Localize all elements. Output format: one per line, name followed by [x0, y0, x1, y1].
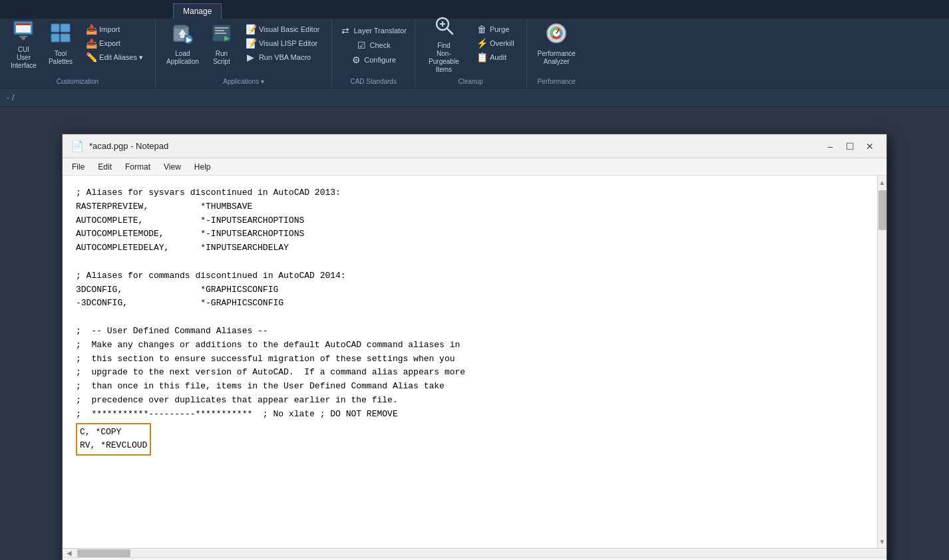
svg-rect-8: [61, 34, 70, 42]
scroll-left-button[interactable]: ◀: [63, 549, 76, 558]
load-application-label: LoadApplication: [166, 50, 199, 66]
svg-rect-17: [215, 30, 224, 31]
vba-editor-icon: 📝: [246, 24, 256, 35]
edit-aliases-icon: ✏️: [86, 52, 96, 63]
minimize-button[interactable]: ‒: [821, 138, 839, 154]
svg-rect-12: [174, 25, 186, 28]
layer-translator-label: Layer Translator: [353, 27, 406, 35]
edit-aliases-label: Edit Aliases ▾: [99, 53, 143, 62]
menu-view[interactable]: View: [157, 161, 188, 173]
cui-user-label: CUIUserInterface: [11, 46, 37, 70]
notepad-statusbar: Ln 547, Col 14 100% Windows (CRLF) UTF-8: [63, 557, 886, 560]
purge-icon: 🗑: [476, 24, 487, 35]
tool-palettes-button[interactable]: ToolPalettes: [43, 20, 78, 76]
cui-user-icon: [13, 19, 34, 45]
overkill-button[interactable]: ⚡ Overkill: [474, 37, 517, 50]
group-cad-standards: ⇄ Layer Translator ☑ Check ⚙ Configure C…: [332, 19, 415, 88]
audit-button[interactable]: 📋 Audit: [474, 51, 517, 64]
tool-palettes-icon: [50, 23, 71, 49]
highlighted-commands: C, *COPY RV, *REVCLOUD: [76, 423, 151, 456]
run-script-icon: [211, 23, 232, 49]
group-applications: ▶ LoadApplication RunScript: [156, 19, 332, 88]
run-vba-label: Run VBA Macro: [259, 53, 311, 61]
purge-button[interactable]: 🗑 Purge: [474, 23, 517, 36]
notepad-text-content: ; Aliases for sysvars discontinued in Au…: [76, 186, 873, 456]
notepad-text-area[interactable]: ; Aliases for sysvars discontinued in Au…: [63, 176, 886, 548]
performance-analyzer-button[interactable]: PerformanceAnalyzer: [532, 20, 581, 76]
configure-button[interactable]: ⚙ Configure: [348, 53, 399, 67]
main-content: 📄 *acad.pgp - Notepad ‒ ☐ ✕ File Edit Fo…: [0, 107, 949, 560]
import-button[interactable]: 📥 Import: [83, 23, 146, 36]
notepad-menubar: File Edit Format View Help: [63, 158, 886, 176]
applications-small-buttons: 📝 Visual Basic Editor 📝 Visual LISP Edit…: [239, 21, 327, 74]
vlisp-editor-icon: 📝: [246, 38, 256, 49]
ribbon-tabs-row: Manage: [0, 0, 949, 19]
performance-analyzer-label: PerformanceAnalyzer: [538, 50, 576, 66]
run-vba-button[interactable]: ▶ Run VBA Macro: [243, 51, 323, 64]
run-script-button[interactable]: RunScript: [206, 20, 238, 76]
svg-rect-16: [215, 27, 228, 29]
load-application-button[interactable]: ▶ LoadApplication: [161, 20, 204, 76]
close-button[interactable]: ✕: [861, 138, 878, 154]
breadcrumb-separator: /: [12, 93, 14, 102]
svg-rect-5: [51, 24, 59, 32]
horizontal-scrollbar[interactable]: ◀: [63, 548, 886, 557]
configure-icon: ⚙: [351, 55, 361, 65]
scroll-thumb-v[interactable]: [878, 190, 886, 230]
scroll-up-button[interactable]: ▲: [878, 176, 886, 189]
ribbon: Manage CUIUserInterface: [0, 0, 949, 88]
group-performance: PerformanceAnalyzer Performance: [527, 19, 586, 88]
vlisp-editor-label: Visual LISP Editor: [259, 39, 317, 47]
scroll-down-button[interactable]: ▼: [878, 535, 886, 548]
vba-editor-button[interactable]: 📝 Visual Basic Editor: [243, 23, 323, 36]
cui-user-button[interactable]: CUIUserInterface: [5, 16, 42, 80]
overkill-icon: ⚡: [476, 38, 487, 49]
svg-line-21: [447, 29, 453, 34]
breadcrumb-dash: -: [7, 93, 9, 102]
group-cleanup: FindNon-Purgeable Items 🗑 Purge ⚡ Overki…: [415, 19, 527, 88]
vlisp-editor-button[interactable]: 📝 Visual LISP Editor: [243, 37, 323, 50]
purge-label: Purge: [490, 25, 509, 33]
performance-label: Performance: [527, 78, 586, 85]
layer-translator-icon: ⇄: [340, 25, 351, 36]
load-app-icon: ▶: [172, 23, 193, 49]
menu-file[interactable]: File: [65, 161, 91, 173]
performance-analyzer-icon: [546, 23, 567, 49]
export-button[interactable]: 📤 Export: [83, 37, 146, 50]
svg-text:▶: ▶: [186, 36, 192, 43]
check-icon: ☑: [357, 40, 367, 51]
overkill-label: Overkill: [490, 39, 514, 47]
export-label: Export: [99, 39, 120, 47]
edit-aliases-button[interactable]: ✏️ Edit Aliases ▾: [83, 51, 146, 64]
check-button[interactable]: ☑ Check: [354, 39, 393, 52]
ribbon-body: CUIUserInterface ToolPalettes 📥: [0, 19, 949, 88]
notepad-title: *acad.pgp - Notepad: [89, 141, 821, 151]
svg-rect-6: [61, 24, 70, 32]
find-non-purgeable-button[interactable]: FindNon-Purgeable Items: [421, 12, 467, 84]
customization-small-buttons: 📥 Import 📤 Export ✏️ Edit Aliases ▾: [79, 21, 150, 74]
menu-help[interactable]: Help: [188, 161, 218, 173]
applications-dropdown-icon[interactable]: ▾: [261, 78, 264, 85]
maximize-button[interactable]: ☐: [841, 138, 858, 154]
find-non-purgeable-label: FindNon-Purgeable Items: [426, 42, 462, 74]
cad-standards-label: CAD Standards: [332, 78, 414, 85]
window-controls: ‒ ☐ ✕: [821, 138, 878, 154]
menu-format[interactable]: Format: [118, 161, 157, 173]
vertical-scrollbar[interactable]: ▲ ▼: [877, 176, 886, 548]
cleanup-label: Cleanup: [415, 78, 526, 85]
notepad-window-icon: 📄: [71, 140, 84, 152]
check-label: Check: [370, 41, 391, 49]
breadcrumb: - /: [0, 88, 949, 107]
menu-edit[interactable]: Edit: [91, 161, 118, 173]
tab-manage[interactable]: Manage: [173, 3, 222, 19]
svg-rect-2: [16, 23, 31, 25]
vba-editor-label: Visual Basic Editor: [259, 25, 320, 33]
import-icon: 📥: [86, 24, 96, 35]
applications-label-text: Applications: [223, 78, 259, 85]
notepad-window: 📄 *acad.pgp - Notepad ‒ ☐ ✕ File Edit Fo…: [62, 134, 887, 560]
scroll-thumb-h[interactable]: [77, 549, 130, 557]
find-non-purgeable-icon: [433, 15, 455, 41]
svg-rect-18: [215, 33, 226, 34]
layer-translator-button[interactable]: ⇄ Layer Translator: [337, 24, 409, 37]
svg-rect-7: [51, 34, 59, 42]
